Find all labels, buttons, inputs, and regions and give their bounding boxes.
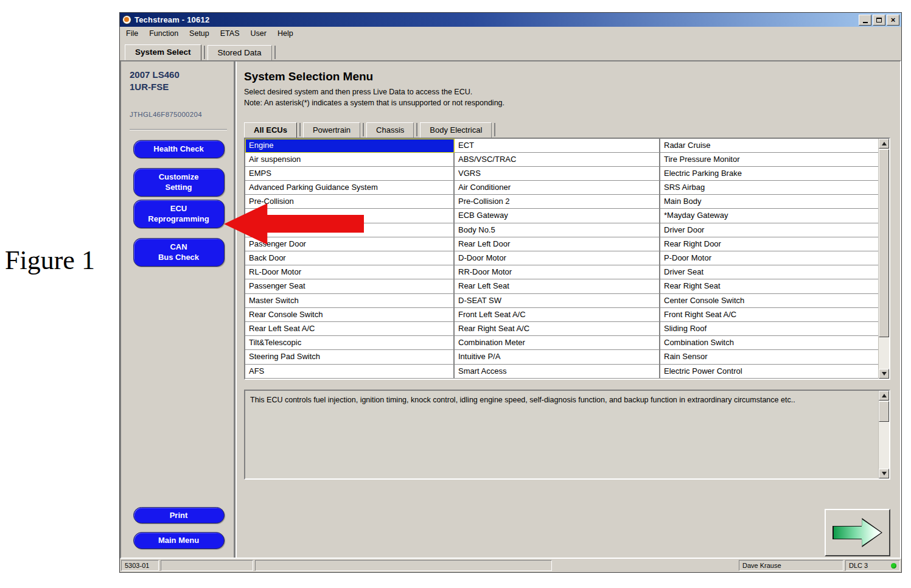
customize-setting-button[interactable]: Customize Setting bbox=[133, 168, 225, 197]
ecu-cell[interactable]: Tilt&Telescopic bbox=[245, 336, 455, 350]
ecu-cell[interactable]: Main Body bbox=[660, 195, 879, 209]
scrollbar-thumb[interactable] bbox=[879, 149, 889, 337]
close-icon: × bbox=[891, 16, 896, 24]
menu-function[interactable]: Function bbox=[149, 29, 178, 38]
status-user-name: Dave Krause bbox=[739, 560, 843, 571]
scroll-down-button[interactable] bbox=[879, 369, 889, 379]
arrow-down-icon bbox=[882, 372, 887, 376]
ecu-cell[interactable]: Rear Console Switch bbox=[245, 308, 455, 322]
ecu-table-row: Passenger DoorRear Left DoorRear Right D… bbox=[245, 237, 879, 251]
ecu-cell[interactable]: Back Door bbox=[245, 251, 455, 265]
ecu-tab-all-ecus[interactable]: All ECUs bbox=[244, 122, 297, 138]
tab-separator bbox=[494, 123, 495, 136]
ecu-cell[interactable]: Rain Sensor bbox=[660, 350, 879, 364]
ecu-cell[interactable]: Rear Right Seat A/C bbox=[455, 322, 660, 336]
menu-setup[interactable]: Setup bbox=[189, 29, 209, 38]
ecu-cell[interactable]: Driver Door bbox=[660, 223, 879, 237]
instruction-line-2: Note: An asterisk(*) indicates a system … bbox=[244, 98, 890, 109]
tab-system-select[interactable]: System Select bbox=[125, 44, 201, 60]
ecu-tabbar: All ECUs Powertrain Chassis Body Electri… bbox=[244, 122, 890, 138]
close-button[interactable]: × bbox=[887, 15, 899, 26]
main-menu-button[interactable]: Main Menu bbox=[133, 532, 225, 549]
ecu-cell[interactable]: Pre-Collision 2 bbox=[455, 195, 660, 209]
ecu-cell[interactable]: Rear Right Door bbox=[660, 237, 879, 251]
ecu-tab-body-electrical[interactable]: Body Electrical bbox=[420, 122, 492, 138]
ecu-cell[interactable]: Passenger Door bbox=[245, 237, 455, 251]
ecu-cell[interactable]: Tire Pressure Monitor bbox=[660, 153, 879, 167]
ecu-cell[interactable]: Rear Left Seat A/C bbox=[245, 322, 455, 336]
ecu-cell[interactable]: Advanced Parking Guidance System bbox=[245, 181, 455, 195]
ecu-cell[interactable]: Driver Seat bbox=[660, 265, 879, 279]
ecu-tab-powertrain[interactable]: Powertrain bbox=[303, 122, 360, 138]
figure-canvas: Figure 1 Techstream - 10612 × File Funct… bbox=[0, 0, 911, 588]
techstream-logo-icon bbox=[122, 15, 131, 24]
ecu-cell[interactable]: Engine bbox=[245, 139, 455, 153]
ecu-table-row: Rear Console SwitchFront Left Seat A/CFr… bbox=[245, 308, 879, 322]
ecu-table-row: Air suspensionABS/VSC/TRACTire Pressure … bbox=[245, 153, 879, 167]
ecu-cell[interactable]: Front Left Seat A/C bbox=[455, 308, 660, 322]
table-scrollbar[interactable] bbox=[878, 139, 889, 379]
next-arrow-button[interactable] bbox=[825, 509, 890, 556]
sidebar-spacer bbox=[130, 267, 228, 497]
ecu-cell[interactable]: Air Conditioner bbox=[455, 181, 660, 195]
ecu-cell[interactable]: Steering Pad Switch bbox=[245, 350, 455, 364]
menu-file[interactable]: File bbox=[126, 29, 138, 38]
tab-separator bbox=[363, 123, 364, 136]
scroll-up-button[interactable] bbox=[879, 391, 889, 401]
ecu-cell[interactable]: Smart Access bbox=[455, 365, 660, 379]
arrow-up-icon bbox=[882, 142, 887, 145]
print-button[interactable]: Print bbox=[133, 507, 225, 524]
ecu-cell[interactable]: Electric Power Control bbox=[660, 365, 879, 379]
ecu-cell[interactable]: SRS Airbag bbox=[660, 181, 879, 195]
ecu-cell[interactable]: Combination Meter bbox=[455, 336, 660, 350]
ecu-cell[interactable]: AFS bbox=[245, 365, 455, 379]
ecu-cell[interactable]: Electric Parking Brake bbox=[660, 167, 879, 181]
ecu-cell[interactable]: Sliding Roof bbox=[660, 322, 879, 336]
ecu-cell[interactable]: VGRS bbox=[455, 167, 660, 181]
menu-help[interactable]: Help bbox=[277, 29, 293, 38]
menu-etas[interactable]: ETAS bbox=[220, 29, 240, 38]
ecu-table-row: AFSSmart AccessElectric Power Control bbox=[245, 365, 879, 379]
ecu-cell[interactable]: Center Console Switch bbox=[660, 294, 879, 308]
ecu-cell[interactable]: Combination Switch bbox=[660, 336, 879, 350]
can-bus-check-button[interactable]: CAN Bus Check bbox=[133, 238, 225, 267]
ecu-cell[interactable]: RL-Door Motor bbox=[245, 265, 455, 279]
ecu-cell[interactable]: ECB Gateway bbox=[455, 209, 660, 223]
tab-separator bbox=[204, 46, 205, 59]
ecu-cell[interactable]: EMPS bbox=[245, 167, 455, 181]
ecu-cell[interactable]: ECT bbox=[455, 139, 660, 153]
ecu-cell[interactable]: Master Switch bbox=[245, 294, 455, 308]
ecu-cell[interactable]: Front Right Seat A/C bbox=[660, 308, 879, 322]
ecu-cell[interactable]: Air suspension bbox=[245, 153, 455, 167]
ecu-table-row: Rear Left Seat A/CRear Right Seat A/CSli… bbox=[245, 322, 879, 336]
menu-user[interactable]: User bbox=[251, 29, 267, 38]
ecu-cell[interactable]: Intuitive P/A bbox=[455, 350, 660, 364]
ecu-cell[interactable]: Rear Left Door bbox=[455, 237, 660, 251]
ecu-table-row: EMPSVGRSElectric Parking Brake bbox=[245, 167, 879, 181]
tab-stored-data[interactable]: Stored Data bbox=[208, 45, 272, 60]
scroll-down-button[interactable] bbox=[879, 469, 889, 478]
ecu-cell[interactable]: Body No.5 bbox=[455, 223, 660, 237]
minimize-button[interactable] bbox=[859, 15, 871, 26]
ecu-cell[interactable]: Pre-Collision bbox=[245, 195, 455, 209]
ecu-cell[interactable]: *Mayday Gateway bbox=[660, 209, 879, 223]
ecu-cell[interactable]: Rear Left Seat bbox=[455, 279, 660, 293]
ecu-cell[interactable]: D-Door Motor bbox=[455, 251, 660, 265]
ecu-cell[interactable]: Radar Cruise bbox=[660, 139, 879, 153]
ecu-cell[interactable]: Passenger Seat bbox=[245, 279, 455, 293]
description-scrollbar[interactable] bbox=[878, 391, 889, 478]
ecu-cell[interactable]: ABS/VSC/TRAC bbox=[455, 153, 660, 167]
ecu-cell[interactable]: D-SEAT SW bbox=[455, 294, 660, 308]
ecu-cell[interactable]: P-Door Motor bbox=[660, 251, 879, 265]
ecu-system-table: EngineECTRadar CruiseAir suspensionABS/V… bbox=[244, 138, 890, 380]
health-check-button[interactable]: Health Check bbox=[133, 140, 225, 158]
scroll-up-button[interactable] bbox=[879, 139, 889, 149]
ecu-cell[interactable]: RR-Door Motor bbox=[455, 265, 660, 279]
scrollbar-thumb[interactable] bbox=[879, 401, 889, 422]
ecu-cell[interactable]: Rear Right Seat bbox=[660, 279, 879, 293]
ecu-tab-chassis[interactable]: Chassis bbox=[366, 122, 414, 138]
ecu-reprogramming-button[interactable]: ECU Reprogramming bbox=[133, 200, 225, 228]
ecu-table-row: RL-Door MotorRR-Door MotorDriver Seat bbox=[245, 265, 879, 279]
restore-button[interactable] bbox=[873, 15, 885, 26]
window-controls: × bbox=[859, 15, 899, 26]
